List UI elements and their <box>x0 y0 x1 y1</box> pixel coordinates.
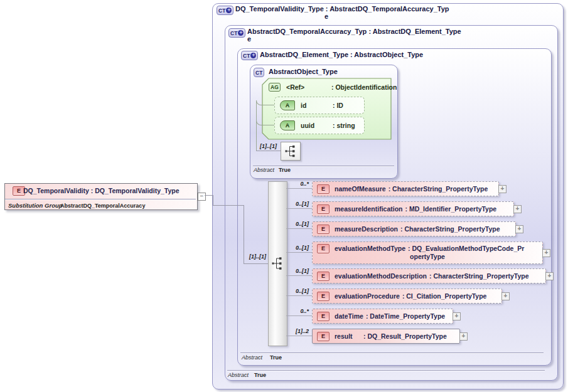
divider <box>240 352 544 353</box>
element-measureDescription[interactable]: E measureDescription : CharacterString_P… <box>312 221 516 236</box>
connector <box>286 275 312 276</box>
attribute-icon: A <box>280 100 295 110</box>
element-name: nameOfMeasure <box>335 185 386 193</box>
expand-button[interactable]: + <box>542 249 550 257</box>
attribute-type: : ID <box>333 102 343 109</box>
element-evaluationProcedure[interactable]: E evaluationProcedure : CI_Citation_Prop… <box>312 289 502 304</box>
cardinality-label: 0..[1] <box>282 288 309 294</box>
ct-glyph: CT <box>230 30 237 36</box>
attribute-id[interactable]: A id : ID <box>274 97 365 114</box>
element-type: : MD_Identifier_PropertyType <box>405 205 497 213</box>
element-icon: E <box>317 272 330 281</box>
expand-button[interactable]: + <box>453 312 461 320</box>
complextype-icon: CT <box>254 68 264 77</box>
element-title: DQ_TemporalValidity : DQ_TemporalValidit… <box>23 187 180 194</box>
element-name: evaluationMethodDescription <box>335 272 427 280</box>
box-title-wrap: e <box>324 13 328 20</box>
abstract-value: True <box>270 354 282 361</box>
divider <box>253 166 394 166</box>
cardinality-label: 0..[1] <box>282 201 309 207</box>
connector <box>286 336 312 336</box>
element-dateTime[interactable]: E dateTime : DateTime_PropertyType <box>312 309 453 324</box>
attribute-group-name: <Ref> <box>286 83 331 91</box>
cardinality-label: 0..* <box>282 181 309 187</box>
element-name: result <box>335 332 361 340</box>
element-measureIdentification[interactable]: E measureIdentification : MD_Identifier_… <box>312 201 514 216</box>
element-evaluationMethodDescription[interactable]: E evaluationMethodDescription : Characte… <box>312 268 546 283</box>
cardinality-label: 0..[1] <box>282 268 309 274</box>
element-type: : CI_Citation_PropertyType <box>402 292 487 300</box>
element-type: : DQ_Result_PropertyType <box>363 332 447 340</box>
sequence-compositor-icon[interactable] <box>281 142 301 161</box>
connector <box>286 295 312 296</box>
element-result[interactable]: E result : DQ_Result_PropertyType <box>312 329 460 344</box>
box-title-wrap: e <box>247 35 251 43</box>
derivation-plus-icon[interactable]: + <box>226 8 232 13</box>
element-name: evaluationMethodType <box>335 245 405 252</box>
attribute-name: uuid <box>301 122 333 129</box>
element-icon: E <box>317 184 330 194</box>
divider <box>227 370 545 371</box>
abstract-label: Abstract <box>228 372 249 378</box>
attribute-uuid[interactable]: A uuid : string <box>274 117 365 134</box>
connector <box>213 195 213 206</box>
cardinality-label: 0..* <box>282 308 309 314</box>
connector <box>244 263 268 264</box>
box-title: AbstractDQ_Element_Type : AbstractObject… <box>260 51 423 58</box>
expand-button[interactable]: + <box>515 225 523 233</box>
attribute-icon: A <box>280 120 295 130</box>
element-name: evaluationProcedure <box>335 292 400 300</box>
connector <box>286 228 312 229</box>
expand-button[interactable]: + <box>545 272 554 280</box>
abstract-label: Abstract <box>242 354 262 361</box>
collapse-button[interactable]: − <box>198 193 206 201</box>
connector <box>205 195 213 196</box>
attr-connector <box>256 100 274 125</box>
connector <box>286 188 312 189</box>
ct-glyph: CT <box>243 53 250 59</box>
element-icon: E <box>317 312 330 321</box>
box-title: AbstractDQ_TemporalAccuracy_Typ : Abstra… <box>247 28 461 35</box>
attribute-group-type: : ObjectIdentification <box>331 83 397 91</box>
box-title: AbstractObject_Type <box>269 68 338 75</box>
cardinality-label: 0..[1] <box>282 221 309 227</box>
complextype-icon: CT+ <box>217 6 233 15</box>
element-icon: E <box>317 332 330 341</box>
connector <box>286 208 312 209</box>
connector <box>286 315 312 316</box>
element-icon: E <box>317 225 330 234</box>
element-name: measureDescription <box>335 225 398 233</box>
element-icon: E <box>317 244 330 253</box>
element-icon: E <box>317 204 330 214</box>
expand-button[interactable]: + <box>498 185 506 193</box>
element-DQ_TemporalValidity[interactable]: E DQ_TemporalValidity : DQ_TemporalValid… <box>4 183 198 210</box>
expand-button[interactable]: + <box>501 292 510 300</box>
substitution-group-label: Substitution Group <box>8 202 63 209</box>
derivation-plus-icon[interactable]: + <box>250 53 256 58</box>
attribute-type: : string <box>333 122 355 129</box>
cardinality-label: 0..[1] <box>282 245 309 251</box>
element-type: : CharacterString_PropertyType <box>400 225 500 233</box>
element-type: : DQ_EvaluationMethodTypeCode_Pr <box>408 245 524 252</box>
attribute-name: id <box>301 102 333 109</box>
abstract-label: Abstract <box>254 167 274 173</box>
box-title: DQ_TemporalValidity_Type : AbstractDQ_Te… <box>235 5 449 13</box>
element-type: : CharacterString_PropertyType <box>388 185 488 193</box>
complextype-icon: CT+ <box>241 51 258 60</box>
element-evaluationMethodType[interactable]: E evaluationMethodType : DQ_EvaluationMe… <box>312 241 543 264</box>
expand-button[interactable]: + <box>513 205 522 213</box>
cardinality-label: [1]..[1] <box>240 253 266 260</box>
expand-button[interactable]: + <box>459 332 468 341</box>
element-nameOfMeasure[interactable]: E nameOfMeasure : CharacterString_Proper… <box>312 181 499 196</box>
ct-glyph: CT <box>218 8 225 14</box>
element-name: dateTime <box>335 312 363 320</box>
element-type-wrap: opertyType <box>313 253 542 260</box>
derivation-plus-icon[interactable]: + <box>238 30 244 36</box>
connector <box>286 252 312 253</box>
abstract-value: True <box>279 167 291 173</box>
substitution-group-value: AbstractDQ_TemporalAccuracy <box>60 203 145 209</box>
sequence-compositor-icon <box>272 256 283 271</box>
attribute-group-icon[interactable]: AG <box>269 83 281 92</box>
connector <box>213 205 244 206</box>
element-name: measureIdentification <box>335 205 403 213</box>
